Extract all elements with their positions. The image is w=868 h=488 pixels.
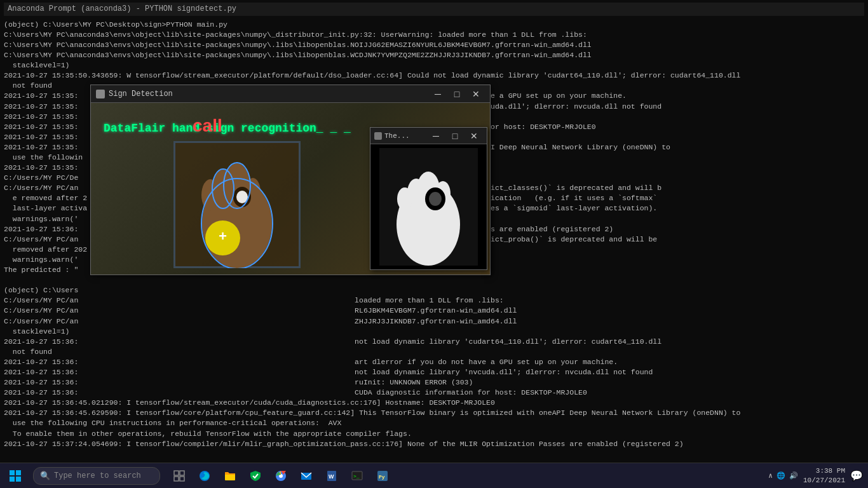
- term-line-26: (object) C:\Users: [4, 285, 864, 295]
- term-line-0: (object) C:\Users\MY PC\Desktop\sign>PYT…: [4, 20, 864, 30]
- windows-icon: [9, 470, 22, 482]
- term-line-29: C:/Users/MY PC/an ZHJJRJ3JIKNDB7.gfortra…: [4, 316, 864, 327]
- taskbar: 🔍 Type here to search: [0, 463, 868, 488]
- terminal-title: Anaconda Prompt (anaconda3) - PYTHON sig…: [8, 4, 236, 15]
- term-line-31: 2021-10-27 15:36: not load dynamic libra…: [4, 337, 864, 347]
- preview-content: [370, 144, 487, 269]
- preview-minimize-button[interactable]: ─: [427, 130, 445, 142]
- shield-icon: [249, 470, 262, 482]
- clock-date: 10/27/2021: [803, 476, 845, 485]
- word-icon: W: [325, 470, 338, 482]
- mail-button[interactable]: [295, 464, 318, 487]
- search-icon: 🔍: [40, 471, 50, 481]
- term-line-1: C:\Users\MY PC\anaconda3\envs\object\lib…: [4, 30, 864, 40]
- preview-window-controls: ─ □ ✕: [427, 130, 483, 142]
- file-explorer-icon: [224, 470, 236, 482]
- svg-rect-19: [10, 470, 15, 475]
- preview-window[interactable]: The... ─ □ ✕: [370, 127, 487, 270]
- close-button[interactable]: ✕: [467, 88, 485, 100]
- word-button[interactable]: W: [320, 464, 343, 487]
- hand-svg: [173, 141, 301, 268]
- taskbar-search[interactable]: 🔍 Type here to search: [33, 467, 160, 485]
- svg-text:>_: >_: [353, 473, 360, 479]
- window-controls: ─ □ ✕: [429, 88, 485, 100]
- term-line-33: 2021-10-27 15:36: art dlerror if you do …: [4, 357, 864, 367]
- term-line-41: 2021-10-27 15:37:24.054699: I tensorflow…: [4, 439, 864, 449]
- term-line-25: [4, 275, 864, 285]
- taskbar-app-icons: W >_ Py: [168, 464, 394, 487]
- file-explorer-button[interactable]: [219, 464, 241, 487]
- network-icon: 🌐: [776, 471, 785, 480]
- minimize-button[interactable]: ─: [429, 88, 447, 100]
- python-icon: Py: [376, 470, 389, 482]
- chrome-button[interactable]: [269, 464, 292, 487]
- preview-titlebar: The... ─ □ ✕: [370, 128, 487, 144]
- term-line-37: 2021-10-27 15:36:45.021290: I tensorflow…: [4, 398, 864, 408]
- svg-rect-26: [180, 477, 184, 481]
- window-icon: [96, 90, 105, 98]
- svg-rect-25: [174, 477, 179, 481]
- sign-detection-title: Sign Detection: [109, 90, 425, 98]
- term-line-27: C:/Users/MY PC/an loaded more than 1 DLL…: [4, 295, 864, 306]
- term-line-28: C:/Users/MY PC/an RL6JBKM4EVBGM7.gfortra…: [4, 306, 864, 316]
- term-line-32: not found: [4, 347, 864, 357]
- term-line-2: C:\Users\MY PC\anaconda3\envs\object\lib…: [4, 40, 864, 50]
- task-view-button[interactable]: [168, 464, 191, 487]
- search-placeholder: Type here to search: [54, 471, 141, 480]
- start-button[interactable]: [0, 463, 31, 489]
- svg-rect-21: [10, 477, 15, 482]
- security-button[interactable]: [244, 464, 267, 487]
- system-tray: ∧ 🌐 🔊 3:38 PM 10/27/2021 💬: [768, 466, 868, 485]
- svg-rect-22: [16, 477, 21, 482]
- term-line-35: 2021-10-27 15:36: ruInit: UNKNOWN ERROR …: [4, 377, 864, 388]
- svg-rect-24: [180, 471, 184, 475]
- clock-display: 3:38 PM 10/27/2021: [803, 466, 845, 485]
- mail-icon: [300, 470, 313, 482]
- term-line-39: use the following CPU instructions in pe…: [4, 418, 864, 428]
- prediction-label: call: [193, 116, 222, 136]
- svg-text:W: W: [329, 473, 334, 480]
- sign-detection-titlebar: Sign Detection ─ □ ✕: [91, 85, 490, 103]
- edge-button[interactable]: [193, 464, 216, 487]
- yellow-circle: +: [205, 220, 240, 255]
- dataflair-label: DataFlair hand sign recognition_ _ _: [104, 122, 351, 135]
- svg-text:Py: Py: [379, 474, 385, 480]
- chevron-icon[interactable]: ∧: [768, 471, 773, 480]
- preview-title: The...: [384, 132, 424, 140]
- hand-area: [173, 141, 301, 268]
- preview-window-icon: [374, 132, 382, 140]
- volume-icon: 🔊: [789, 471, 798, 480]
- term-line-4: stacklevel=1): [4, 60, 864, 71]
- maximize-button[interactable]: □: [448, 88, 466, 100]
- clock-time: 3:38 PM: [803, 466, 845, 475]
- task-view-icon: [173, 470, 186, 482]
- term-line-36: 2021-10-27 15:36: CUDA diagnostic inform…: [4, 388, 864, 398]
- term-line-38: 2021-10-27 15:36:45.629590: I tensorflow…: [4, 408, 864, 418]
- terminal-button[interactable]: >_: [346, 464, 369, 487]
- term-line-40: To enable them in other operations, rebu…: [4, 429, 864, 439]
- term-line-30: stacklevel=1): [4, 327, 864, 337]
- term-line-5: 2021-10-27 15:35:50.343659: W tensorflow…: [4, 71, 864, 81]
- preview-svg: [379, 148, 478, 266]
- plus-icon: +: [219, 229, 227, 245]
- term-line-34: 2021-10-27 15:36: not load dynamic libra…: [4, 367, 864, 377]
- preview-close-button[interactable]: ✕: [465, 130, 483, 142]
- edge-icon: [198, 470, 211, 482]
- cmd-icon: >_: [351, 470, 363, 482]
- term-line-3: C:\Users\MY PC\anaconda3\envs\object\lib…: [4, 50, 864, 60]
- svg-point-15: [397, 187, 412, 210]
- system-tray-icons: ∧ 🌐 🔊: [768, 471, 798, 480]
- svg-rect-23: [174, 471, 179, 475]
- python-app-button[interactable]: Py: [371, 464, 394, 487]
- notification-icon[interactable]: 💬: [850, 470, 863, 482]
- svg-rect-20: [16, 470, 21, 475]
- chrome-icon: [275, 470, 287, 482]
- terminal-titlebar: Anaconda Prompt (anaconda3) - PYTHON sig…: [4, 3, 864, 16]
- svg-point-18: [429, 192, 442, 206]
- preview-maximize-button[interactable]: □: [446, 130, 464, 142]
